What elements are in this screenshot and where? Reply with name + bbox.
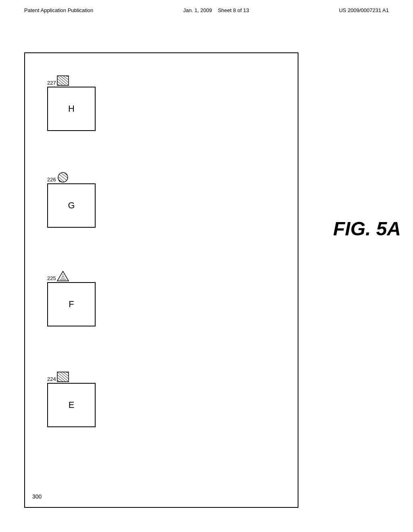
patent-number-label: US 2009/0007231 A1	[339, 7, 389, 13]
figure-label: FIG. 5A	[333, 218, 401, 240]
publication-label: Patent Application Publication	[24, 7, 93, 13]
svg-line-1	[57, 76, 69, 85]
svg-line-6	[57, 81, 63, 85]
svg-marker-15	[57, 271, 69, 281]
block-letter-227: H	[68, 104, 75, 114]
block-letter-225: F	[69, 299, 74, 310]
block-letter-224: E	[69, 400, 75, 410]
ref-224: 224	[47, 376, 56, 382]
date-sheet-label: Jan. 1, 2009 Sheet 8 of 13	[183, 7, 249, 13]
block-box-226: G	[47, 183, 96, 228]
hatch-rect-icon-224	[57, 372, 69, 382]
ref-225: 225	[47, 275, 56, 281]
block-group-227: 227 H	[47, 75, 96, 131]
page-header: Patent Application Publication Jan. 1, 2…	[0, 0, 413, 17]
block-label-row-225: 225	[47, 271, 69, 281]
triangle-hatch-icon-225	[57, 271, 69, 281]
block-group-226: 226 G	[47, 172, 96, 228]
block-letter-226: G	[68, 200, 75, 211]
svg-line-3	[63, 76, 69, 80]
block-box-224: E	[47, 383, 96, 427]
block-label-row-226: 226	[47, 172, 69, 183]
block-box-225: F	[47, 282, 96, 326]
svg-line-23	[63, 372, 69, 376]
svg-line-26	[57, 378, 63, 382]
block-box-227: H	[47, 87, 96, 131]
label-300: 300	[32, 493, 42, 500]
block-label-row-227: 227	[47, 75, 69, 86]
block-label-row-224: 224	[47, 372, 69, 382]
svg-line-21	[57, 372, 69, 382]
block-group-224: 224 E	[47, 372, 96, 427]
ref-227: 227	[47, 80, 56, 86]
block-group-225: 225 F	[47, 271, 96, 326]
diagram-container: 227 H 226	[24, 52, 298, 508]
circle-hatch-icon-226	[57, 172, 69, 183]
svg-line-9	[59, 174, 67, 181]
ref-226: 226	[47, 177, 56, 183]
hatch-rect-icon-227	[57, 75, 69, 86]
